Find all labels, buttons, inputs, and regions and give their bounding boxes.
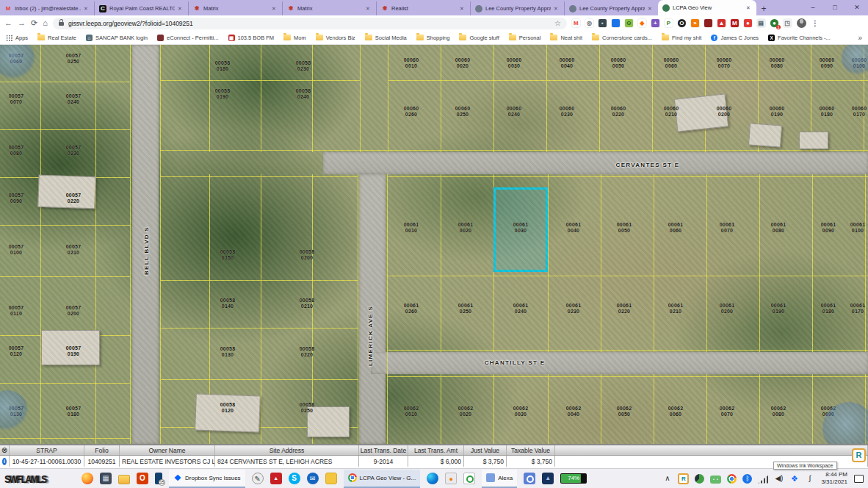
taskbar-window-dropbox-sync[interactable]: ❖Dropbox Sync Issues	[169, 470, 245, 488]
network-signal-tray[interactable]	[758, 476, 768, 484]
tab-inbox-2-jim-realestate[interactable]: MInbox (2) - jim@realestate...✕	[0, 1, 94, 15]
edge-icon[interactable]	[427, 473, 438, 484]
p-green-ext[interactable]: P	[665, 19, 673, 27]
acrobat-ext[interactable]: ▲	[717, 19, 726, 27]
ink-workspace-button[interactable]: R	[852, 448, 866, 462]
taskbar-clock[interactable]: 8:44 PM 3/31/2021	[821, 471, 847, 486]
acrobat-icon[interactable]: ▲	[270, 473, 282, 484]
tab-realist[interactable]: ✱Realist✕	[376, 1, 470, 15]
tab-close-icon[interactable]: ✕	[648, 6, 654, 12]
tab-close-icon[interactable]: ✕	[84, 6, 90, 12]
tab-close-icon[interactable]: ✕	[554, 6, 560, 12]
volume-tray[interactable]: ◀)	[774, 473, 784, 484]
tab-matrix[interactable]: ✱Matrix✕	[282, 1, 376, 15]
net-monitor-pie-tray[interactable]	[695, 474, 704, 484]
calculator-icon[interactable]: ▦	[100, 473, 112, 484]
new-tab-button[interactable]: +	[756, 2, 771, 15]
dropbox-tray[interactable]: ❖	[789, 473, 799, 484]
info-icon[interactable]: i	[2, 458, 7, 465]
extensions-puzzle[interactable]: ◳	[784, 19, 792, 27]
printer-ext[interactable]: ▤	[757, 19, 765, 27]
bluetooth-tray[interactable]: ᛒ	[742, 474, 752, 484]
bookmark-sancap-bank-login[interactable]: ⌂SANCAP BANK login	[86, 35, 148, 41]
taskbar-window-alexa[interactable]: Alexa	[482, 470, 517, 488]
tray-expand-chevron[interactable]: ∧	[662, 473, 672, 484]
window-maximize-button[interactable]: □	[824, 0, 846, 15]
tab-close-icon[interactable]: ✕	[460, 6, 466, 12]
tab-matrix[interactable]: ✱Matrix✕	[188, 1, 282, 15]
photos-app-icon[interactable]: ▲	[542, 473, 554, 484]
url-text[interactable]: gissvr.leepa.org/geoview2/?folioid=10409…	[68, 20, 550, 27]
bookmark-neat-shit[interactable]: Neat shit	[550, 35, 582, 41]
bookmark-find-my-shit[interactable]: Find my shit	[662, 35, 701, 41]
bookmark-social-media[interactable]: Social Media	[365, 35, 407, 41]
bookmark-apps[interactable]: Apps	[6, 35, 28, 41]
bookmark-google-stuff[interactable]: Google stuff	[459, 35, 499, 41]
phone-icon[interactable]: 15	[155, 473, 162, 484]
windows-ink-workspace-tray[interactable]: R	[678, 473, 689, 484]
red-panel-ext[interactable]	[704, 19, 712, 27]
tab-close-icon[interactable]: ✕	[178, 6, 184, 12]
bookmark-103-5-bob-fm[interactable]: ▦103.5 BOB FM	[228, 35, 275, 41]
window-close-button[interactable]: ✕	[846, 0, 868, 15]
file-explorer-icon[interactable]	[118, 475, 130, 484]
robot-ext[interactable]: ʘ	[625, 19, 633, 27]
browser-menu-kebab-icon[interactable]: ⋮	[811, 19, 819, 27]
back-icon[interactable]: ←	[4, 19, 12, 27]
lens-ext[interactable]: ◎	[585, 19, 593, 27]
snip-pen-icon[interactable]: ✎	[252, 473, 264, 484]
mail-icon[interactable]: ✉	[307, 473, 319, 484]
bookmark-mom[interactable]: Mom	[283, 35, 306, 41]
notes-icon[interactable]	[325, 473, 337, 484]
window-minimize-button[interactable]: –	[802, 0, 824, 15]
bookmark-james-c-jones[interactable]: fJames C Jones	[711, 35, 759, 41]
skype-icon[interactable]: S	[289, 473, 300, 484]
tab-lee-county-property-appra[interactable]: Lee County Property Appra...✕	[564, 1, 658, 15]
home-icon[interactable]: ⌂	[43, 19, 48, 27]
bookmark-real-estate[interactable]: Real Estate	[37, 35, 76, 41]
tab-lcpa-geo-view[interactable]: LCPA Geo View✕	[658, 0, 756, 15]
tab-royal-palm-coast-realtor[interactable]: CRoyal Palm Coast REALTOR...✕	[94, 1, 188, 15]
orange-app-icon[interactable]: ●	[445, 473, 457, 484]
m-red-ext[interactable]: M	[731, 19, 739, 27]
bookmark-personal[interactable]: Personal	[509, 35, 541, 41]
bookmark-favorite-channels[interactable]: XFavorite Channels -...	[768, 35, 831, 41]
tab-close-icon[interactable]: ✕	[272, 6, 278, 12]
tab-close-icon[interactable]: ✕	[366, 6, 372, 12]
action-center-icon[interactable]	[854, 475, 864, 483]
battery-indicator[interactable]: 74%	[560, 473, 587, 484]
office-icon[interactable]: O	[137, 473, 148, 484]
chrome-tray[interactable]	[727, 474, 737, 484]
flame-ext[interactable]: ●	[744, 19, 752, 27]
forward-icon[interactable]: →	[18, 19, 26, 27]
bookmark-shopping[interactable]: Shopping	[416, 35, 450, 41]
magnifier-app-icon[interactable]	[463, 473, 475, 484]
address-bar[interactable]: gissvr.leepa.org/geoview2/?folioid=10409…	[53, 18, 567, 29]
diamond-ext[interactable]: ◆	[638, 19, 646, 27]
reload-icon[interactable]: ⟳	[31, 19, 37, 27]
profile-avatar[interactable]	[797, 18, 806, 28]
tab-close-icon[interactable]: ✕	[746, 5, 752, 11]
grip-ext[interactable]: +	[651, 19, 659, 27]
taskbar-window-chrome-window[interactable]: LCPA Geo View - G...	[344, 470, 421, 488]
pen-swirl-tray[interactable]: ∫	[805, 473, 814, 484]
bookmark-econnect-permitti[interactable]: eConnect - Permitti...	[157, 35, 218, 41]
bookmark-star-icon[interactable]: ☆	[554, 19, 561, 27]
target-app-icon[interactable]	[524, 473, 535, 484]
dark-panel-ext[interactable]: ▪	[598, 19, 607, 27]
bookmark-vendors-biz[interactable]: Vendors Biz	[316, 35, 355, 41]
android-robot-tray[interactable]: • •	[710, 476, 721, 484]
status-badge-ext[interactable]: ●1	[770, 19, 778, 27]
o-black-ext[interactable]: O	[678, 19, 686, 27]
bookmarks-overflow-chevron[interactable]: »	[858, 34, 862, 42]
parcel-lot-number: 0130	[220, 352, 235, 358]
tab-lee-county-property-appra[interactable]: Lee County Property Appra...✕	[470, 1, 564, 15]
rss-ext[interactable]: »	[691, 19, 699, 27]
bookmark-cornerstone-cards[interactable]: Cornerstone cards...	[592, 35, 652, 41]
gmail-ext[interactable]: M	[572, 19, 580, 27]
blue-panel-ext[interactable]	[612, 19, 620, 27]
close-results-button[interactable]: ⊗	[1, 446, 7, 454]
firefox-icon[interactable]	[82, 473, 93, 484]
table-row[interactable]: i10-45-27-11-00061.003010409251REAL ESTA…	[0, 456, 868, 467]
map-canvas[interactable]: 0005700600005702500005700700005702400005…	[0, 45, 868, 444]
